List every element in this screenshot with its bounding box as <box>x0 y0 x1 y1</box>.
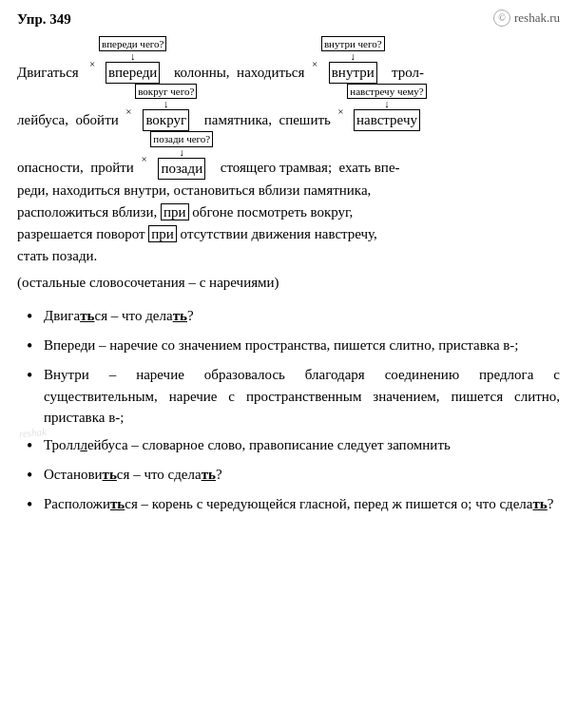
page-wrapper: Упр. 349 © reshak.ru Двигаться × впереди… <box>17 10 560 517</box>
text-line-6: разрешается поворот при отсутствии движе… <box>17 223 560 245</box>
ann-pozadi: позади чего? ↓ позади <box>150 131 213 179</box>
word-vperedi-boxed: впереди <box>106 62 160 84</box>
arrow-down-5: ↓ <box>180 147 185 158</box>
x-mark-5: × <box>141 153 146 164</box>
bullet-text-3: Внутри – наречие образовалось благодаря … <box>44 364 560 429</box>
bullet-dot-5: • <box>27 464 44 488</box>
bullet-item-5: • Остановиться – что сделать? <box>27 464 560 488</box>
x-mark-1: × <box>89 58 95 69</box>
text-line-1: Двигаться × впереди чего? ↓ впереди коло… <box>17 65 424 80</box>
word-pri-2-boxed: при <box>148 225 177 242</box>
verb-ending-2: ть <box>173 308 187 323</box>
copyright-icon: © <box>493 10 510 27</box>
bullet-text-4: Тролллейбуса – словарное слово, правопис… <box>44 434 451 456</box>
bullet-item-4: • Тролллейбуса – словарное слово, правоп… <box>27 434 560 458</box>
bullet-item-6: • Расположиться – корень с чередующейся … <box>27 493 560 517</box>
word-navstrechu-boxed: навстречу <box>354 109 420 131</box>
bullet-dot-1: • <box>27 305 44 329</box>
verb-ending-6: ть <box>532 496 547 511</box>
ann-label-pozadi: позади чего? <box>150 131 213 146</box>
main-text-block: Двигаться × впереди чего? ↓ впереди коло… <box>17 36 560 294</box>
exercise-title: Упр. 349 <box>17 10 71 30</box>
x-mark-4: × <box>337 105 343 117</box>
text-line-5: расположиться вблизи, при обгоне посмотр… <box>17 201 560 223</box>
bullet-dot-2: • <box>27 335 44 358</box>
verb-ending-3: ть <box>103 467 117 482</box>
bullet-dot-3: • <box>27 364 44 388</box>
text-line-4: реди, находиться внутри, остановиться вб… <box>17 180 560 201</box>
text-line-7: стать позади. <box>17 245 560 267</box>
ann-label-vnutri: внутри чего? <box>321 36 385 51</box>
word-pozadi-boxed: позади <box>158 158 205 180</box>
verb-ending-4: ть <box>202 467 216 482</box>
arrow-down-4: ↓ <box>384 99 390 109</box>
text-line-2: лейбуса, обойти × вокруг чего? ↓ вокруг … <box>17 84 560 131</box>
word-dvigatsya: Двигаться <box>17 65 79 80</box>
double-l-underline: л <box>80 437 87 452</box>
arrow-down-2: ↓ <box>350 51 356 62</box>
watermark: reshak <box>18 425 47 442</box>
ann-vperedi: впереди чего? ↓ впереди <box>99 36 166 84</box>
word-pri-1-boxed: при <box>161 203 189 220</box>
verb-ending-5: ть <box>110 496 125 511</box>
verb-ending-1: ть <box>80 308 94 323</box>
ann-vnutri: внутри чего? ↓ внутри <box>321 36 385 84</box>
ann-label-vokrug: вокруг чего? <box>135 84 197 99</box>
bullet-dot-6: • <box>27 493 44 517</box>
x-mark-3: × <box>125 105 131 117</box>
bullet-text-5: Остановиться – что сделать? <box>44 464 222 486</box>
word-vnutri-boxed: внутри <box>329 62 377 84</box>
bullet-text-2: Впереди – наречие со значением пространс… <box>44 335 519 356</box>
header-row: Упр. 349 © reshak.ru <box>17 10 560 30</box>
arrow-down-1: ↓ <box>130 51 136 62</box>
bullet-item-2: • Впереди – наречие со значением простра… <box>27 335 560 358</box>
bullet-item-1: • Двигаться – что делать? <box>27 305 560 329</box>
note-line: (остальные словосочетания – с наречиями) <box>17 272 560 294</box>
site-label: © reshak.ru <box>493 10 560 28</box>
bullet-item-3: • Внутри – наречие образовалось благодар… <box>27 364 560 429</box>
x-mark-2: × <box>312 58 317 69</box>
ann-label-vperedi: впереди чего? <box>99 36 166 51</box>
ann-label-navstrechu: навстречу чему? <box>347 84 426 99</box>
site-name: reshak.ru <box>514 10 560 28</box>
bullet-text-6: Расположиться – корень с чередующейся гл… <box>44 493 553 515</box>
arrow-down-3: ↓ <box>163 99 169 109</box>
bullet-text-1: Двигаться – что делать? <box>44 305 194 327</box>
word-vokrug-boxed: вокруг <box>143 109 189 131</box>
ann-vokrug: вокруг чего? ↓ вокруг <box>135 84 197 131</box>
bullet-list: • Двигаться – что делать? • Впереди – на… <box>17 305 560 517</box>
ann-navstrechu: навстречу чему? ↓ навстречу <box>347 84 426 131</box>
text-line-3: опасности, пройти × позади чего? ↓ позад… <box>17 131 560 179</box>
